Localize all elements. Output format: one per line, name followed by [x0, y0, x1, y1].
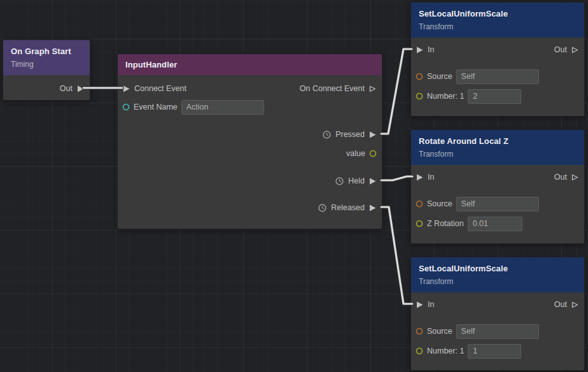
arrow-right-outline-icon[interactable] — [571, 173, 579, 182]
port-pressed[interactable]: Pressed — [322, 127, 377, 142]
port-number-label: Number: 1 — [427, 347, 464, 355]
port-connect-event-label: Connect Event — [134, 84, 186, 93]
node-subtitle: Transform — [419, 277, 577, 287]
value-port-circle-icon[interactable] — [416, 220, 423, 227]
port-value[interactable]: value — [346, 146, 377, 161]
port-on-connect-event-label: On Connect Event — [300, 84, 365, 93]
node-title: Rotate Around Local Z — [419, 136, 577, 147]
node-header[interactable]: SetLocalUniformScale Transform — [411, 257, 584, 292]
port-source-label: Source — [427, 327, 452, 336]
port-in-label: In — [428, 300, 434, 309]
wire-held-to-rotate[interactable] — [381, 176, 412, 180]
port-value-label: value — [346, 149, 365, 158]
value-port-circle-icon[interactable] — [369, 150, 377, 157]
wire-released-to-scale-bottom[interactable] — [381, 207, 412, 304]
node-subtitle: Transform — [419, 150, 577, 159]
node-title: InputHandler — [125, 60, 374, 70]
port-connect-event[interactable]: Connect Event — [122, 81, 186, 96]
port-out-label: Out — [554, 173, 567, 182]
port-pressed-label: Pressed — [335, 130, 365, 139]
node-header[interactable]: SetLocalUniformScale Transform — [411, 3, 584, 38]
number-input[interactable] — [468, 344, 521, 359]
clock-icon — [322, 130, 332, 140]
port-event-name-label: Event Name — [134, 103, 178, 111]
node-rotate-around-local-z[interactable]: Rotate Around Local Z Transform In Out S… — [410, 129, 585, 244]
node-input-handler[interactable]: InputHandler Connect Event On Connect Ev… — [117, 54, 382, 229]
source-input[interactable] — [456, 324, 539, 339]
port-out-label: Out — [554, 300, 567, 309]
port-released[interactable]: Released — [318, 200, 377, 215]
port-out-label: Out — [60, 84, 73, 93]
arrow-right-filled-icon[interactable] — [368, 131, 377, 139]
z-rotation-input[interactable] — [468, 217, 522, 231]
port-in-label: In — [428, 45, 434, 54]
node-header[interactable]: Rotate Around Local Z Transform — [411, 130, 584, 165]
port-released-label: Released — [331, 203, 365, 212]
value-port-circle-icon[interactable] — [416, 347, 423, 355]
port-source-label: Source — [427, 199, 452, 208]
source-input[interactable] — [456, 197, 539, 211]
arrow-right-filled-icon[interactable] — [416, 173, 424, 182]
wire-pressed-to-scale-top[interactable] — [381, 49, 412, 134]
value-port-circle-icon[interactable] — [416, 327, 423, 335]
port-out[interactable]: Out — [554, 42, 579, 57]
port-out[interactable]: Out — [60, 81, 85, 96]
value-port-circle-icon[interactable] — [416, 73, 423, 80]
port-in-label: In — [428, 173, 434, 182]
source-input[interactable] — [456, 69, 539, 84]
arrow-right-filled-icon[interactable] — [416, 301, 424, 309]
port-number-label: Number: 1 — [427, 92, 464, 101]
node-set-local-uniform-scale-top[interactable]: SetLocalUniformScale Transform In Out So… — [410, 2, 585, 117]
graph-canvas[interactable]: On Graph Start Timing Out InputHandler C… — [0, 0, 588, 372]
value-port-circle-icon[interactable] — [416, 200, 423, 208]
clock-icon — [318, 203, 327, 213]
port-out-label: Out — [554, 45, 567, 54]
port-event-name[interactable]: Event Name — [122, 99, 264, 115]
arrow-right-filled-icon[interactable] — [368, 177, 377, 185]
port-in[interactable]: In — [416, 42, 434, 57]
arrow-right-filled-icon[interactable] — [416, 46, 424, 54]
port-in[interactable]: In — [416, 169, 434, 185]
node-subtitle: Transform — [419, 22, 577, 32]
node-subtitle: Timing — [11, 60, 82, 69]
node-title: SetLocalUniformScale — [419, 9, 577, 19]
event-name-input[interactable] — [181, 100, 264, 115]
port-in[interactable]: In — [416, 297, 434, 312]
clock-icon — [335, 176, 344, 186]
port-out[interactable]: Out — [554, 297, 579, 312]
node-set-local-uniform-scale-bottom[interactable]: SetLocalUniformScale Transform In Out So… — [410, 257, 585, 371]
port-source[interactable]: Source — [416, 69, 539, 84]
port-on-connect-event[interactable]: On Connect Event — [300, 81, 377, 96]
node-header[interactable]: InputHandler — [118, 54, 382, 75]
value-port-circle-icon[interactable] — [122, 103, 130, 111]
node-on-graph-start[interactable]: On Graph Start Timing Out — [3, 39, 90, 101]
node-title: On Graph Start — [11, 46, 82, 57]
port-source-label: Source — [427, 72, 452, 81]
port-held[interactable]: Held — [335, 173, 377, 189]
arrow-right-outline-icon[interactable] — [368, 85, 377, 93]
node-title: SetLocalUniformScale — [419, 264, 577, 274]
port-out[interactable]: Out — [554, 169, 579, 185]
number-input[interactable] — [468, 89, 521, 104]
port-source[interactable]: Source — [416, 324, 539, 339]
port-number[interactable]: Number: 1 — [416, 343, 521, 359]
node-header[interactable]: On Graph Start Timing — [3, 40, 90, 75]
value-port-circle-icon[interactable] — [416, 92, 423, 100]
arrow-right-outline-icon[interactable] — [571, 301, 579, 309]
port-source[interactable]: Source — [416, 196, 539, 211]
port-held-label: Held — [348, 176, 365, 185]
arrow-right-filled-icon[interactable] — [368, 204, 377, 212]
port-z-rotation[interactable]: Z Rotation — [416, 216, 522, 231]
arrow-right-outline-icon[interactable] — [571, 46, 579, 54]
port-number[interactable]: Number: 1 — [416, 89, 521, 104]
port-z-rotation-label: Z Rotation — [427, 219, 464, 228]
